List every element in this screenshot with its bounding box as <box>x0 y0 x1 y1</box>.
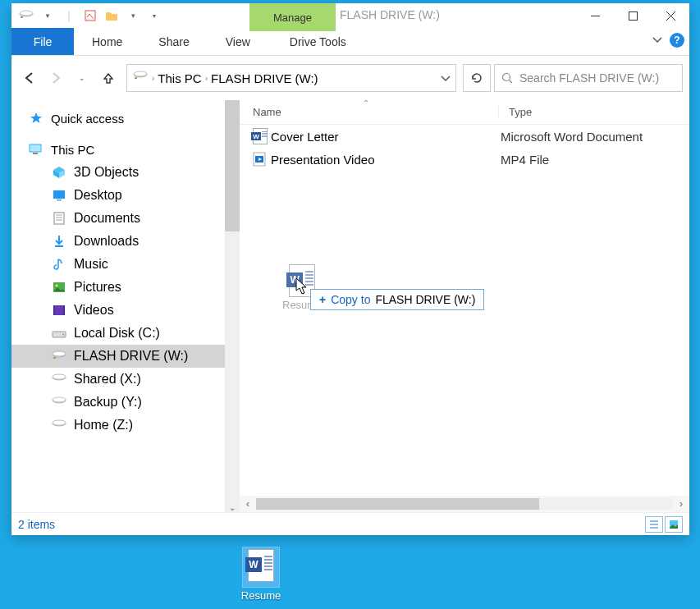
chevron-right-icon[interactable]: › <box>205 74 208 83</box>
back-button[interactable] <box>18 66 41 89</box>
tree-item[interactable]: Home (Z:) <box>11 414 240 437</box>
tree-item[interactable]: Local Disk (C:) <box>11 322 240 345</box>
svg-rect-25 <box>53 305 55 315</box>
tree-label: Shared (X:) <box>74 372 141 387</box>
drag-destination: FLASH DRIVE (W:) <box>375 293 475 306</box>
svg-rect-14 <box>33 153 38 154</box>
icons-view-button[interactable] <box>665 516 683 533</box>
tree-item[interactable]: 3D Objects <box>11 161 240 184</box>
downloads-icon <box>51 234 67 249</box>
tree-item[interactable]: Backup (Y:) <box>11 391 240 414</box>
tree-item[interactable]: Shared (X:) <box>11 368 240 391</box>
svg-rect-17 <box>54 213 64 224</box>
search-icon <box>501 72 513 84</box>
word-file-icon: W <box>253 128 271 144</box>
documents-icon <box>51 211 67 226</box>
qat-more-icon[interactable]: ▾ <box>144 6 164 25</box>
open-folder-icon[interactable] <box>102 6 121 25</box>
cursor-icon <box>295 277 310 299</box>
horizontal-scrollbar[interactable]: ‹ › <box>240 496 689 512</box>
desktop-file-icon[interactable]: W Resume <box>232 547 290 602</box>
tree-item-flash-drive[interactable]: FLASH DRIVE (W:) <box>11 345 240 368</box>
close-button[interactable] <box>652 3 689 28</box>
qat-chevron-icon[interactable]: ▼ <box>38 6 57 25</box>
explorer-window: ▼ | ▾ ▾ Manage FLASH DRIVE (W:) File Hom… <box>11 3 689 535</box>
svg-point-1 <box>20 11 33 16</box>
details-view-button[interactable] <box>645 516 663 533</box>
drive-tools-tab[interactable]: Drive Tools <box>272 28 364 55</box>
svg-rect-2 <box>21 16 23 18</box>
drive-icon <box>51 349 67 364</box>
svg-point-23 <box>56 285 58 287</box>
breadcrumb-thispc[interactable]: This PC <box>158 71 201 85</box>
tree-item[interactable]: Downloads <box>11 230 240 253</box>
tree-label: Desktop <box>74 188 122 203</box>
minimize-button[interactable] <box>576 3 614 28</box>
address-bar[interactable]: › This PC › FLASH DRIVE (W:) <box>126 64 456 92</box>
maximize-button[interactable] <box>614 3 652 28</box>
scroll-left-icon[interactable]: ‹ <box>240 498 256 510</box>
col-type-header[interactable]: Type <box>499 106 532 118</box>
up-button[interactable] <box>97 66 120 89</box>
tree-item[interactable]: Pictures <box>11 276 240 299</box>
recent-dropdown[interactable]: ⌄ <box>71 66 94 89</box>
scroll-down-icon[interactable]: ⌄ <box>225 503 240 512</box>
tree-quick-access[interactable]: Quick access <box>11 107 240 130</box>
tree-label: Home (Z:) <box>74 418 133 433</box>
drive-icon <box>51 418 67 433</box>
column-headers: ⌃ Name Type <box>240 100 689 125</box>
file-type: Microsoft Word Document <box>501 130 643 144</box>
svg-point-30 <box>53 351 66 356</box>
drive-icon <box>51 372 67 387</box>
chevron-right-icon[interactable]: › <box>152 74 154 83</box>
tree-label: Music <box>74 257 108 272</box>
file-row[interactable]: Presentation Video MP4 File <box>240 148 689 171</box>
tree-label: Backup (Y:) <box>74 395 142 410</box>
qat-customise-icon[interactable]: ▾ <box>123 6 143 25</box>
svg-rect-24 <box>53 305 65 315</box>
properties-icon[interactable] <box>80 6 100 25</box>
svg-rect-26 <box>63 305 65 315</box>
title-bar: ▼ | ▾ ▾ Manage FLASH DRIVE (W:) <box>11 3 689 28</box>
scroll-right-icon[interactable]: › <box>673 498 689 510</box>
file-tab[interactable]: File <box>11 28 74 55</box>
drag-action: Copy to <box>331 293 370 306</box>
tree-label: Pictures <box>74 280 121 295</box>
star-icon <box>28 111 44 126</box>
tree-item[interactable]: Music <box>11 253 240 276</box>
ribbon-collapse-icon[interactable] <box>652 34 663 46</box>
pictures-icon <box>51 280 67 295</box>
tree-this-pc[interactable]: This PC <box>11 138 240 161</box>
refresh-button[interactable] <box>463 64 491 92</box>
tree-item[interactable]: Videos <box>11 299 240 322</box>
tree-item[interactable]: Desktop <box>11 184 240 207</box>
tree-label: 3D Objects <box>74 165 139 180</box>
svg-point-9 <box>134 71 147 76</box>
quick-access-toolbar: ▼ | ▾ ▾ <box>11 6 164 25</box>
view-tab[interactable]: View <box>208 28 268 55</box>
svg-rect-15 <box>53 190 65 199</box>
file-list-pane: ⌃ Name Type W Cover Letter Microsoft Wor… <box>240 100 689 512</box>
tree-item[interactable]: Documents <box>11 207 240 230</box>
address-dropdown-icon[interactable] <box>441 71 451 85</box>
search-input[interactable]: Search FLASH DRIVE (W:) <box>494 64 683 92</box>
scrollbar-thumb[interactable] <box>256 498 539 510</box>
forward-button[interactable] <box>44 66 67 89</box>
file-row[interactable]: W Cover Letter Microsoft Word Document <box>240 125 689 148</box>
window-controls <box>576 3 689 28</box>
scrollbar-thumb[interactable] <box>225 100 240 231</box>
home-tab[interactable]: Home <box>74 28 140 55</box>
status-bar: 2 items <box>11 512 689 535</box>
tree-scrollbar[interactable]: ⌄ <box>225 100 240 512</box>
drive-icon <box>132 71 149 85</box>
help-icon[interactable]: ? <box>670 33 684 48</box>
ribbon-tabs: File Home Share View Drive Tools ? <box>11 28 689 56</box>
share-tab[interactable]: Share <box>140 28 207 55</box>
file-rows[interactable]: W Cover Letter Microsoft Word Document P… <box>240 125 689 496</box>
divider: | <box>59 6 79 25</box>
svg-rect-3 <box>85 11 95 21</box>
scroll-track[interactable] <box>256 498 673 510</box>
manage-tab[interactable]: Manage <box>249 3 336 31</box>
breadcrumb-current[interactable]: FLASH DRIVE (W:) <box>211 71 318 85</box>
col-name-header[interactable]: Name <box>253 106 499 118</box>
